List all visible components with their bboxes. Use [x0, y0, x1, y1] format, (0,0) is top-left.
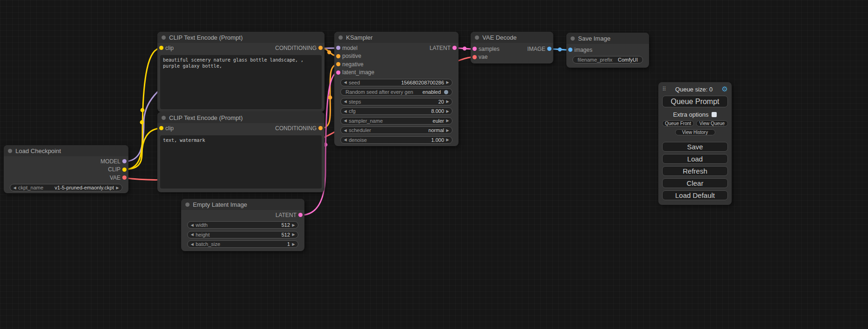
- increment-arrow-icon[interactable]: ▶: [445, 138, 450, 142]
- node-empty-latent-image[interactable]: Empty Latent Image LATENT ◀ width 512 ▶ …: [181, 199, 304, 251]
- decrement-arrow-icon[interactable]: ◀: [343, 128, 348, 133]
- samples-input-port[interactable]: [473, 47, 477, 51]
- node-collapse-dot[interactable]: [339, 35, 343, 40]
- node-collapse-dot[interactable]: [8, 149, 12, 153]
- refresh-button[interactable]: Refresh: [662, 166, 728, 176]
- clip-input-port[interactable]: [159, 126, 163, 130]
- widget-label: denoise: [349, 137, 367, 143]
- wire-midpoint-dot: [327, 50, 331, 54]
- widget-value: 20: [438, 99, 444, 105]
- latent-output-label: LATENT: [275, 212, 296, 218]
- node-canvas[interactable]: Load Checkpoint MODEL CLIP VAE ◀ ckpt_na…: [0, 0, 868, 329]
- node-load-checkpoint[interactable]: Load Checkpoint MODEL CLIP VAE ◀ ckpt_na…: [4, 145, 128, 193]
- slot-row: MODEL: [4, 157, 128, 166]
- increment-arrow-icon[interactable]: ▶: [445, 128, 450, 133]
- random-seed-toggle[interactable]: Random seed after every gen enabled: [340, 88, 452, 96]
- view-history-button[interactable]: View History: [675, 129, 715, 135]
- latent-output-port[interactable]: [298, 213, 303, 217]
- steps-widget[interactable]: ◀ steps 20 ▶: [340, 98, 452, 105]
- load-button[interactable]: Load: [662, 154, 728, 164]
- node-clip-text-encode-positive[interactable]: CLIP Text Encode (Prompt) clip CONDITION…: [157, 32, 325, 112]
- clear-button[interactable]: Clear: [662, 178, 728, 188]
- decrement-arrow-icon[interactable]: ◀: [343, 109, 348, 113]
- width-widget[interactable]: ◀ width 512 ▶: [187, 221, 298, 229]
- denoise-widget[interactable]: ◀ denoise 1.000 ▶: [340, 136, 452, 144]
- node-title-bar[interactable]: CLIP Text Encode (Prompt): [157, 112, 325, 123]
- increment-arrow-icon[interactable]: ▶: [445, 119, 450, 123]
- images-input-port[interactable]: [568, 48, 572, 52]
- vae-output-port[interactable]: [122, 175, 127, 180]
- widget-value: 1.000: [431, 137, 444, 143]
- view-queue-button[interactable]: View Queue: [696, 120, 728, 126]
- extra-options-checkbox[interactable]: [712, 112, 717, 117]
- node-title-bar[interactable]: VAE Decode: [471, 32, 553, 43]
- save-button[interactable]: Save: [662, 142, 728, 152]
- cfg-widget[interactable]: ◀ cfg 8.000 ▶: [340, 107, 452, 115]
- positive-prompt-textarea[interactable]: beautiful scenery nature glass bottle la…: [160, 55, 322, 109]
- increment-arrow-icon[interactable]: ▶: [291, 232, 296, 237]
- widget-label: steps: [349, 99, 361, 105]
- increment-arrow-icon[interactable]: ▶: [291, 223, 296, 227]
- node-clip-text-encode-negative[interactable]: CLIP Text Encode (Prompt) clip CONDITION…: [157, 112, 325, 192]
- clip-output-port[interactable]: [122, 168, 127, 172]
- increment-arrow-icon[interactable]: ▶: [445, 99, 450, 104]
- batch-size-widget[interactable]: ◀ batch_size 1 ▶: [187, 240, 298, 248]
- decrement-arrow-icon[interactable]: ◀: [343, 138, 348, 142]
- node-title-bar[interactable]: KSampler: [334, 32, 459, 43]
- sampler-name-widget[interactable]: ◀ sampler_name euler ▶: [340, 117, 452, 125]
- decrement-arrow-icon[interactable]: ◀: [343, 80, 348, 84]
- negative-input-port[interactable]: [336, 62, 340, 66]
- filename-prefix-widget[interactable]: filename_prefix ComfyUI: [572, 56, 643, 63]
- clip-input-port[interactable]: [159, 46, 163, 50]
- wire-midpoint-dot: [558, 48, 562, 51]
- drag-handle-icon[interactable]: ⠿: [662, 86, 666, 92]
- increment-arrow-icon[interactable]: ▶: [115, 186, 120, 190]
- height-widget[interactable]: ◀ height 512 ▶: [187, 231, 298, 238]
- node-ksampler[interactable]: KSampler model LATENT positive negative …: [334, 32, 459, 146]
- increment-arrow-icon[interactable]: ▶: [291, 242, 296, 246]
- widget-value: 1: [287, 241, 290, 247]
- node-save-image[interactable]: Save Image images filename_prefix ComfyU…: [566, 33, 649, 68]
- toggle-on-dot[interactable]: [444, 90, 448, 94]
- node-collapse-dot[interactable]: [571, 36, 575, 41]
- node-collapse-dot[interactable]: [162, 116, 166, 120]
- node-collapse-dot[interactable]: [475, 35, 479, 40]
- model-output-port[interactable]: [122, 159, 127, 163]
- decrement-arrow-icon[interactable]: ◀: [190, 232, 195, 237]
- positive-input-port[interactable]: [336, 54, 340, 58]
- ckpt-name-widget[interactable]: ◀ ckpt_name v1-5-pruned-emaonly.ckpt ▶: [10, 184, 122, 191]
- node-title-bar[interactable]: Save Image: [566, 33, 649, 44]
- node-title-bar[interactable]: CLIP Text Encode (Prompt): [157, 32, 325, 43]
- vae-input-port[interactable]: [473, 55, 477, 59]
- samples-input-label: samples: [479, 46, 500, 52]
- widget-value: euler: [433, 118, 444, 124]
- widget-value: 156680208700286: [401, 80, 444, 85]
- node-title-bar[interactable]: Empty Latent Image: [181, 199, 304, 210]
- conditioning-output-port[interactable]: [318, 126, 323, 130]
- negative-prompt-textarea[interactable]: text, watermark: [160, 135, 322, 189]
- decrement-arrow-icon[interactable]: ◀: [12, 186, 17, 190]
- model-input-port[interactable]: [336, 46, 340, 50]
- image-output-port[interactable]: [547, 47, 551, 51]
- conditioning-output-port[interactable]: [318, 46, 323, 50]
- latent-image-input-port[interactable]: [336, 70, 340, 75]
- latent-output-port[interactable]: [452, 46, 457, 50]
- widget-value: 512: [282, 222, 290, 228]
- settings-gear-icon[interactable]: ⚙: [722, 85, 728, 93]
- slot-row: vae: [471, 53, 553, 62]
- decrement-arrow-icon[interactable]: ◀: [343, 99, 348, 104]
- node-title-bar[interactable]: Load Checkpoint: [4, 145, 128, 156]
- node-collapse-dot[interactable]: [185, 203, 190, 207]
- seed-widget[interactable]: ◀ seed 156680208700286 ▶: [340, 79, 452, 86]
- increment-arrow-icon[interactable]: ▶: [445, 80, 450, 84]
- increment-arrow-icon[interactable]: ▶: [445, 109, 450, 113]
- decrement-arrow-icon[interactable]: ◀: [190, 242, 195, 246]
- decrement-arrow-icon[interactable]: ◀: [343, 119, 348, 123]
- node-vae-decode[interactable]: VAE Decode samples IMAGE vae: [471, 32, 553, 63]
- scheduler-widget[interactable]: ◀ scheduler normal ▶: [340, 126, 452, 134]
- queue-prompt-button[interactable]: Queue Prompt: [662, 96, 728, 107]
- load-default-button[interactable]: Load Default: [662, 190, 728, 200]
- node-collapse-dot[interactable]: [162, 35, 166, 40]
- decrement-arrow-icon[interactable]: ◀: [190, 223, 195, 227]
- queue-front-button[interactable]: Queue Front: [662, 120, 694, 126]
